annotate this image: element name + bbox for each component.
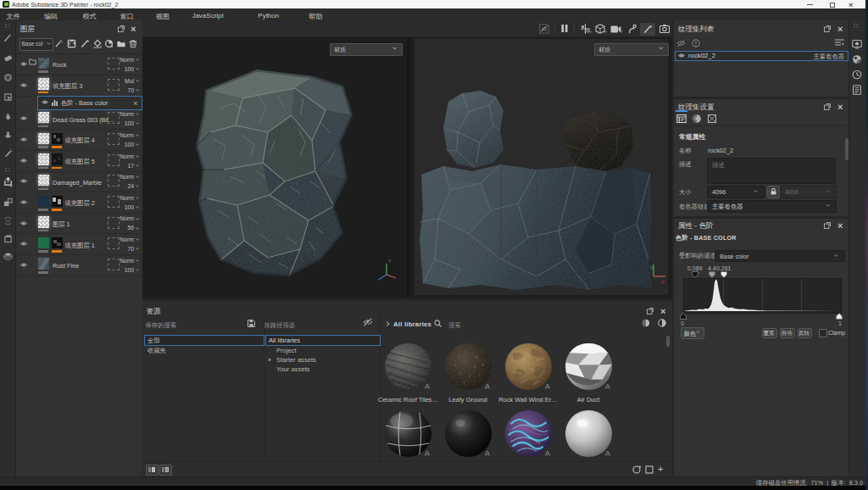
svg-text:U: U xyxy=(661,279,665,284)
svg-text:Y: Y xyxy=(388,259,392,264)
